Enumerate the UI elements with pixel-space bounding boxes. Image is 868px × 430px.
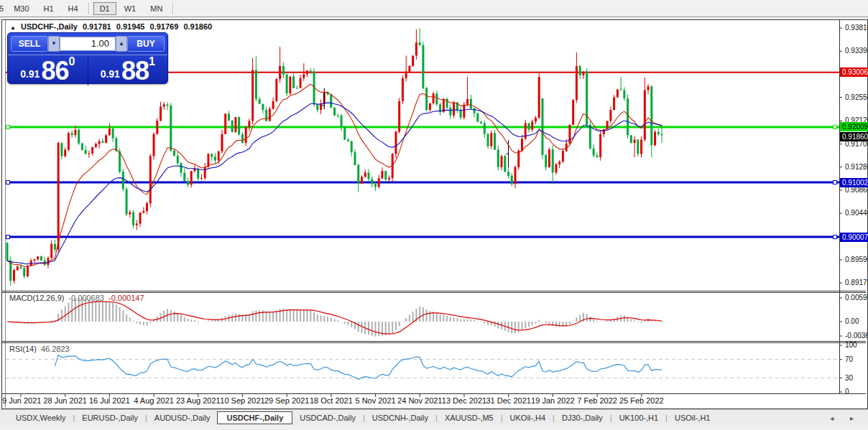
tab-usdchf-daily[interactable]: USDCHF-,Daily	[217, 411, 292, 424]
rsi-line	[55, 355, 662, 379]
date-tick-label: 7 Feb 2022	[577, 396, 617, 405]
macd-tick: -0.00366	[845, 332, 868, 340]
bottom-strip	[0, 425, 868, 430]
rsi-tick: 100	[845, 341, 857, 349]
date-tick-label: 4 Aug 2021	[134, 396, 174, 405]
level-price-label: 0.91002	[840, 178, 868, 187]
current-price-label: 0.91860	[840, 132, 868, 141]
sell-price-big: 86	[41, 59, 68, 83]
level-price-label: 0.92009	[840, 122, 868, 131]
volume-increase-icon[interactable]: ▲	[116, 36, 127, 52]
level-price-label: 0.93006	[840, 67, 868, 77]
ohlc-low: 0.91769	[150, 22, 179, 31]
date-tick-label: 13 Dec 2021	[442, 396, 486, 405]
line-handle[interactable]	[6, 181, 10, 184]
rsi-name: RSI(14)	[9, 345, 37, 353]
tab-audusd-daily[interactable]: AUDUSD-,Daily	[147, 411, 218, 424]
sell-button[interactable]: SELL	[11, 36, 48, 52]
ohlc-open: 0.91781	[83, 22, 111, 31]
tab-scroll-icons[interactable]: ◂ ▸	[830, 414, 861, 422]
macd-value-signal: -0.000147	[108, 294, 144, 302]
macd-tick: 0.005963	[845, 294, 868, 302]
symbol-title: USDCHF-,Daily	[21, 22, 78, 31]
line-handle[interactable]	[834, 181, 837, 184]
macd-histogram	[7, 298, 662, 337]
tab-eurusd-daily[interactable]: EURUSD-,Daily	[75, 411, 145, 424]
price-tick: 0.93810	[845, 24, 868, 32]
buy-button[interactable]: BUY	[127, 36, 165, 52]
price-tick: 0.92550	[845, 93, 868, 101]
tab-usdx-weekly[interactable]: USDX,Weekly	[9, 411, 73, 424]
sell-price-prefix: 0.91	[20, 65, 40, 83]
date-tick-label: 9 Jun 2021	[2, 396, 41, 405]
buy-price-prefix: 0.91	[101, 65, 120, 83]
level-price-label: 0.90007	[840, 233, 868, 242]
volume-input[interactable]: 1.00	[60, 37, 116, 51]
date-tick-label: 23 Aug 2021	[176, 396, 221, 405]
sell-price-button[interactable]: 0.91 86 0	[8, 55, 88, 85]
date-tick-label: 19 Jan 2022	[531, 396, 575, 405]
ohlc-close: 0.91860	[183, 22, 212, 31]
date-tick-label: 5 Nov 2021	[355, 396, 395, 405]
one-click-trade-panel: SELL ▼ 1.00 ▲ BUY 0.91 86 0 0.91 88 1	[7, 32, 168, 84]
volume-decrease-icon[interactable]: ▼	[48, 36, 60, 52]
buy-price-big: 88	[121, 59, 149, 83]
price-tick: 0.89170	[845, 279, 868, 286]
macd-name: MACD(12,26,9)	[9, 294, 64, 302]
line-handle[interactable]	[834, 235, 837, 239]
symbol-header: ▲ USDCHF-,Daily 0.91781 0.91945 0.91769 …	[10, 22, 215, 31]
tab-usdcnh-daily[interactable]: USDCNH-,Daily	[365, 411, 435, 424]
macd-label: MACD(12,26,9)-0.000683-0.000147	[9, 294, 144, 302]
rsi-tick: 0	[845, 388, 849, 396]
tab-uk100-h1[interactable]: UK100-,H1	[612, 411, 665, 424]
price-tick: 0.90860	[845, 186, 868, 194]
terminal-window: 5M30H1H4D1W1MN ▲ USDCHF-,Daily 0.91781 0…	[0, 0, 868, 430]
date-tick-label: 10 Sep 2021	[220, 396, 264, 405]
tab-dj30-daily[interactable]: DJ30-,Daily	[555, 411, 610, 424]
rsi-value: 46.2823	[41, 345, 70, 353]
ohlc-high: 0.91945	[116, 22, 145, 31]
buy-price-button[interactable]: 0.91 88 1	[88, 55, 168, 85]
buy-price-pip: 1	[149, 57, 155, 67]
rsi-tick: 70	[845, 355, 853, 363]
rsi-tick: 30	[845, 374, 853, 382]
tab-xauusd-m5[interactable]: XAUUSD-,M5	[438, 411, 501, 424]
date-tick-label: 31 Dec 2021	[486, 396, 530, 405]
date-tick-label: 29 Sep 2021	[264, 396, 309, 405]
rsi-label: RSI(14)46.2823	[9, 345, 70, 353]
line-handle[interactable]	[834, 125, 837, 128]
line-handle[interactable]	[6, 235, 10, 239]
price-tick: 0.93390	[845, 47, 868, 55]
price-tick: 0.91280	[845, 163, 868, 171]
date-tick-label: 24 Nov 2021	[397, 396, 442, 405]
date-tick-label: 16 Jul 2021	[89, 396, 130, 405]
level-lines[interactable]	[6, 73, 839, 237]
symbol-tab-bar: USDX,Weekly|EURUSD-,Daily|AUDUSD-,DailyU…	[0, 409, 868, 426]
line-handle[interactable]	[6, 125, 10, 128]
price-tick: 0.90440	[845, 209, 868, 217]
sell-price-pip: 0	[68, 57, 75, 67]
date-tick-label: 25 Feb 2022	[619, 396, 664, 405]
macd-tick: 0.00	[845, 317, 859, 325]
date-tick-label: 28 Jun 2021	[43, 396, 87, 405]
tab-usoil-h1[interactable]: USOil-,H1	[668, 411, 718, 424]
macd-value-main: -0.000683	[68, 294, 104, 302]
date-tick-label: 18 Oct 2021	[310, 396, 353, 405]
price-tick: 0.89590	[845, 256, 868, 263]
tab-ukoil-h4[interactable]: UKOil-,H4	[503, 411, 553, 424]
tab-usdcad-daily[interactable]: USDCAD-,Daily	[292, 411, 363, 424]
collapse-icon[interactable]: ▲	[10, 24, 16, 31]
